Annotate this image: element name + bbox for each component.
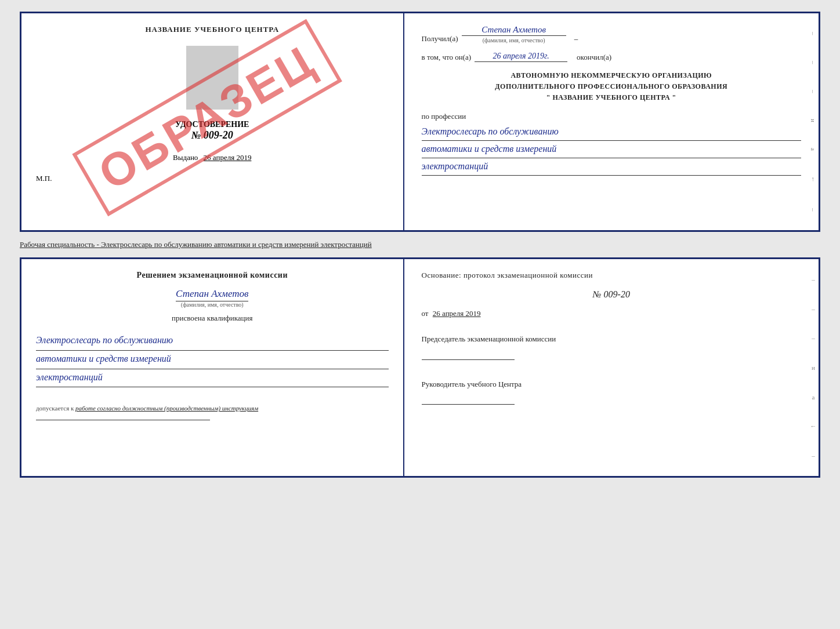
rukovod-title: Руководитель учебного Центра (422, 379, 801, 390)
photo-placeholder (186, 46, 238, 110)
protokol-number: № 009-20 (422, 289, 801, 300)
vtom-date: 26 апреля 2019г. (475, 52, 567, 62)
komissia-title: Решением экзаменационной комиссии (36, 271, 389, 280)
recipient-row: Получил(а) Степан Ахметов (фамилия, имя,… (422, 25, 801, 43)
cert-mp: М.П. (36, 174, 52, 183)
cert-top-title: НАЗВАНИЕ УЧЕБНОГО ЦЕНТРА (145, 25, 279, 34)
b-deco-1: – (812, 306, 815, 312)
org-line2: ДОПОЛНИТЕЛЬНОГО ПРОФЕССИОНАЛЬНОГО ОБРАЗО… (422, 81, 801, 92)
dash-sep: – (574, 34, 578, 43)
protokol-date: от 26 апреля 2019 (422, 309, 801, 318)
vydano-date: 26 апреля 2019 (204, 153, 252, 162)
cert-top-right: Получил(а) Степан Ахметов (фамилия, имя,… (404, 13, 819, 230)
cert-bottom-left: Решением экзаменационной комиссии Степан… (21, 259, 404, 476)
cert-bottom-right: Основание: протокол экзаменационной коми… (404, 259, 819, 476)
certificate-bottom: Решением экзаменационной комиссии Степан… (20, 257, 820, 478)
cert-vydano: Выдано 26 апреля 2019 (173, 153, 251, 162)
certificate-top: НАЗВАНИЕ УЧЕБНОГО ЦЕНТРА УДОСТОВЕРЕНИЕ №… (20, 12, 820, 232)
b-deco-0: – (812, 276, 815, 283)
b-deco-arr: ← (810, 423, 816, 430)
qual-line2: автоматики и средств измерений (36, 351, 389, 369)
chairman-title: Председатель экзаменационной комиссии (422, 333, 801, 345)
bottom-right-deco: – – – и а ← – (808, 259, 819, 476)
person-name-bottom: Степан Ахметов (176, 288, 248, 301)
okonchil-label: окончил(а) (577, 53, 611, 62)
b-deco-3: – (812, 452, 815, 459)
chairman-block: Председатель экзаменационной комиссии (422, 333, 801, 360)
cert-doc-number: № 009-20 (191, 129, 233, 141)
fio-sub-bottom: (фамилия, имя, отчество) (181, 301, 244, 308)
qual-line1: Электрослесарь по обслуживанию (36, 332, 389, 351)
b-deco-а: а (812, 394, 815, 401)
deco-arr: ← (810, 176, 817, 183)
po-professii: по профессии (422, 112, 801, 121)
person-block-bottom: Степан Ахметов (фамилия, имя, отчество) (36, 288, 389, 308)
deco-и: и (810, 119, 817, 122)
osnov-title: Основание: протокол экзаменационной коми… (422, 271, 801, 280)
right-deco: – – – и а ← – (808, 13, 819, 230)
dopusk-value: работе согласно должностным (производств… (75, 405, 258, 412)
poluchil-label: Получил(а) (422, 34, 458, 43)
document-wrapper: НАЗВАНИЕ УЧЕБНОГО ЦЕНТРА УДОСТОВЕРЕНИЕ №… (20, 12, 820, 478)
deco-3: – (810, 208, 817, 212)
cert-doc-type: УДОСТОВЕРЕНИЕ (175, 120, 249, 129)
rukovod-sig-line (422, 404, 515, 405)
qual-block: Электрослесарь по обслуживанию автоматик… (36, 332, 389, 387)
fio-subtitle-top: (фамилия, имя, отчество) (462, 37, 566, 43)
vtom-row: в том, что он(а) 26 апреля 2019г. окончи… (422, 52, 801, 62)
qual-line3: электростанций (36, 369, 389, 388)
profession-line1: Электрослесарь по обслуживанию (422, 123, 801, 141)
b-deco-2: – (812, 335, 815, 341)
vydano-label: Выдано (173, 153, 198, 162)
org-block: АВТОНОМНУЮ НЕКОММЕРЧЕСКУЮ ОРГАНИЗАЦИЮ ДО… (422, 70, 801, 104)
ot-label: от (422, 309, 429, 318)
deco-1: – (810, 61, 817, 64)
rukovod-block: Руководитель учебного Центра (422, 379, 801, 405)
chairman-sig-line (422, 359, 515, 360)
recipient-name: Степан Ахметов (462, 25, 566, 36)
deco-0: – (810, 32, 817, 35)
profession-line2: автоматики и средств измерений (422, 141, 801, 158)
deco-а: а (810, 148, 817, 151)
dopusk-label: допускается к (36, 405, 74, 412)
cert-top-left: НАЗВАНИЕ УЧЕБНОГО ЦЕНТРА УДОСТОВЕРЕНИЕ №… (21, 13, 404, 230)
org-line3: " НАЗВАНИЕ УЧЕБНОГО ЦЕНТРА " (422, 92, 801, 103)
ot-date: 26 апреля 2019 (433, 309, 481, 318)
dopusk-block: допускается к работе согласно должностны… (36, 405, 389, 412)
b-deco-и: и (812, 364, 815, 371)
prisvoena-label: присвоена квалификация (36, 314, 389, 323)
specialty-label: Рабочая специальность - Электрослесарь п… (20, 238, 820, 252)
org-line1: АВТОНОМНУЮ НЕКОММЕРЧЕСКУЮ ОРГАНИЗАЦИЮ (422, 70, 801, 81)
deco-2: – (810, 90, 817, 93)
profession-block: по профессии Электрослесарь по обслужива… (422, 112, 801, 176)
dopusk-underline (36, 420, 210, 420)
vtom-label: в том, что он(а) (422, 53, 472, 62)
profession-line3: электростанций (422, 158, 801, 176)
